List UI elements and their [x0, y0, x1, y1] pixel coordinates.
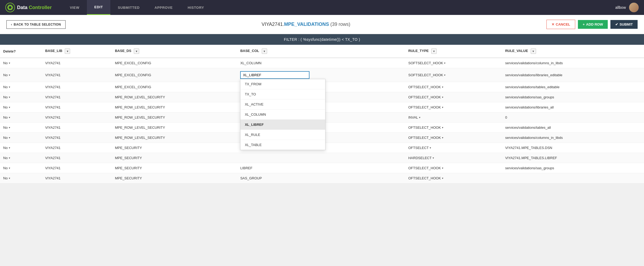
rule-type-dropdown-arrow[interactable]: ▾	[419, 116, 420, 119]
brand-logo-icon	[5, 3, 15, 12]
rule-type-dropdown-arrow[interactable]: ▾	[433, 156, 434, 159]
delete-dropdown-arrow[interactable]: ▾	[9, 146, 10, 149]
dropdown-item[interactable]: TX_FROM	[240, 79, 325, 89]
nav-edit[interactable]: EDIT	[87, 0, 110, 15]
delete-dropdown-arrow[interactable]: ▾	[9, 156, 10, 159]
delete-dropdown-arrow[interactable]: ▾	[9, 126, 10, 129]
nav-history[interactable]: HISTORY	[180, 0, 212, 15]
delete-dropdown-arrow[interactable]: ▾	[9, 136, 10, 139]
base-lib-cell: VIYA2741	[42, 58, 112, 68]
nav-right: allbow	[615, 3, 639, 12]
base-lib-cell: VIYA2741	[42, 68, 112, 82]
rule-type-dropdown-arrow[interactable]: ▾	[442, 136, 443, 139]
nav-submitted[interactable]: SUBMITTED	[110, 0, 147, 15]
delete-value: No	[3, 85, 8, 89]
rule-type-dropdown-arrow[interactable]: ▾	[442, 177, 443, 180]
dropdown-wrapper: TX_FROMTX_TOXL_ACTIVEXL_COLUMNXL_LIBREFX…	[240, 71, 402, 79]
base-ds-cell: MPE_ROW_LEVEL_SECURITY	[112, 133, 237, 143]
action-buttons: ✕ CANCEL + ADD ROW ✔ SUBMIT	[546, 20, 638, 29]
back-to-table-selection-button[interactable]: ‹ BACK TO TABLE SELECTION	[6, 20, 66, 29]
base-col-input[interactable]	[240, 71, 309, 79]
base-lib-cell: VIYA2741	[42, 143, 112, 153]
table-row: No ▾VIYA2741MPE_EXCEL_CONFIGTX_FROMTX_TO…	[0, 68, 644, 82]
rule-value-cell: services/validations/sas_groups	[502, 92, 644, 102]
rule-type-dropdown-arrow[interactable]: ▾	[442, 126, 443, 129]
table-container: Delete? BASE_LIB ▼ BASE_DS ▼ BASE_COL ▼ …	[0, 45, 644, 183]
rule-value-cell: 0	[502, 112, 644, 123]
rule-type-dropdown-arrow[interactable]: ▾	[442, 167, 443, 170]
rule-type-cell: OFTSELECT_HOOK ▾	[405, 163, 502, 173]
base-lib-cell: VIYA2741	[42, 102, 112, 112]
delete-dropdown-arrow[interactable]: ▾	[9, 86, 10, 88]
col-header-base-ds: BASE_DS ▼	[112, 45, 237, 58]
delete-cell: No ▾	[0, 58, 42, 68]
base-ds-cell: MPE_ROW_LEVEL_SECURITY	[112, 102, 237, 112]
rule-type-dropdown-arrow[interactable]: ▾	[442, 86, 443, 88]
base-lib-cell: VIYA2741	[42, 163, 112, 173]
base-lib-cell: VIYA2741	[42, 133, 112, 143]
rule-type-dropdown-arrow[interactable]: ▾	[430, 146, 431, 149]
base-lib-cell: VIYA2741	[42, 173, 112, 183]
delete-dropdown-arrow[interactable]: ▾	[9, 74, 10, 76]
rule-value-cell: services/validations/tables_editable	[502, 82, 644, 92]
nav-view[interactable]: VIEW	[62, 0, 87, 15]
nav-approve[interactable]: APPROVE	[147, 0, 180, 15]
rule-value-cell: services/validations/columns_in_libds	[502, 133, 644, 143]
rule-type-cell: OFTSELECT_HOOK ▾	[405, 133, 502, 143]
table-row: No ▾VIYA2741MPE_SECURITYLIBREFOFTSELECT_…	[0, 163, 644, 173]
col-header-rule-value: RULE_VALUE ▼	[502, 45, 644, 58]
base-ds-cell: MPE_SECURITY	[112, 153, 237, 163]
add-row-button[interactable]: + ADD ROW	[578, 20, 608, 29]
base-col-cell	[237, 153, 405, 163]
base-ds-cell: MPE_SECURITY	[112, 143, 237, 153]
delete-cell: No ▾	[0, 123, 42, 133]
rule-type-cell: HARDSELECT ▾	[405, 153, 502, 163]
base-col-cell: TX_FROMTX_TOXL_ACTIVEXL_COLUMNXL_LIBREFX…	[237, 68, 405, 82]
delete-cell: No ▾	[0, 143, 42, 153]
delete-cell: No ▾	[0, 153, 42, 163]
autocomplete-dropdown: TX_FROMTX_TOXL_ACTIVEXL_COLUMNXL_LIBREFX…	[240, 79, 325, 150]
cancel-button[interactable]: ✕ CANCEL	[546, 20, 575, 29]
dropdown-item[interactable]: XL_TABLE	[240, 140, 325, 150]
back-button-label: BACK TO TABLE SELECTION	[14, 23, 61, 26]
filter-base-ds-button[interactable]: ▼	[134, 49, 139, 54]
delete-dropdown-arrow[interactable]: ▾	[9, 62, 10, 65]
rule-value-cell: services/validations/tables_all	[502, 123, 644, 133]
rule-value-cell: services/validations/libraries_editable	[502, 68, 644, 82]
delete-value: No	[3, 176, 8, 180]
nav-items: VIEW EDIT SUBMITTED APPROVE HISTORY	[62, 0, 615, 15]
base-ds-cell: MPE_EXCEL_CONFIG	[112, 58, 237, 68]
delete-value: No	[3, 136, 8, 140]
dropdown-item[interactable]: XL_ACTIVE	[240, 99, 325, 110]
delete-dropdown-arrow[interactable]: ▾	[9, 96, 10, 99]
rule-type-dropdown-arrow[interactable]: ▾	[442, 106, 443, 109]
dropdown-item[interactable]: XL_COLUMN	[240, 110, 325, 120]
delete-value: No	[3, 105, 8, 109]
submit-button[interactable]: ✔ SUBMIT	[610, 20, 638, 29]
rule-type-cell: OFTSELECT_HOOK ▾	[405, 92, 502, 102]
rule-type-cell: OFTSELECT ▾	[405, 143, 502, 153]
table-name: MPE_VALIDATIONS	[284, 22, 329, 27]
delete-dropdown-arrow[interactable]: ▾	[9, 106, 10, 109]
base-col-cell: XL_COLUMN	[237, 58, 405, 68]
dropdown-item[interactable]: XL_RULE	[240, 130, 325, 140]
filter-rule-value-button[interactable]: ▼	[531, 49, 536, 54]
base-ds-cell: MPE_SECURITY	[112, 163, 237, 173]
filter-rule-type-button[interactable]: ▼	[431, 49, 437, 54]
delete-dropdown-arrow[interactable]: ▾	[9, 116, 10, 119]
delete-dropdown-arrow[interactable]: ▾	[9, 167, 10, 170]
delete-value: No	[3, 95, 8, 99]
delete-dropdown-arrow[interactable]: ▾	[9, 177, 10, 180]
brand-label: Data Controller	[17, 5, 52, 10]
rule-value-cell: services/validations/sas_groups	[502, 163, 644, 173]
dropdown-item[interactable]: TX_TO	[240, 89, 325, 99]
filter-base-col-button[interactable]: ▼	[262, 49, 267, 54]
submit-label: SUBMIT	[619, 22, 633, 26]
filter-base-lib-button[interactable]: ▼	[65, 49, 70, 54]
rule-type-dropdown-arrow[interactable]: ▾	[444, 62, 445, 65]
delete-cell: No ▾	[0, 92, 42, 102]
rule-type-dropdown-arrow[interactable]: ▾	[442, 96, 443, 99]
dropdown-item[interactable]: XL_LIBREF	[240, 120, 325, 130]
cancel-label: CANCEL	[556, 22, 570, 26]
rule-type-dropdown-arrow[interactable]: ▾	[444, 74, 445, 76]
